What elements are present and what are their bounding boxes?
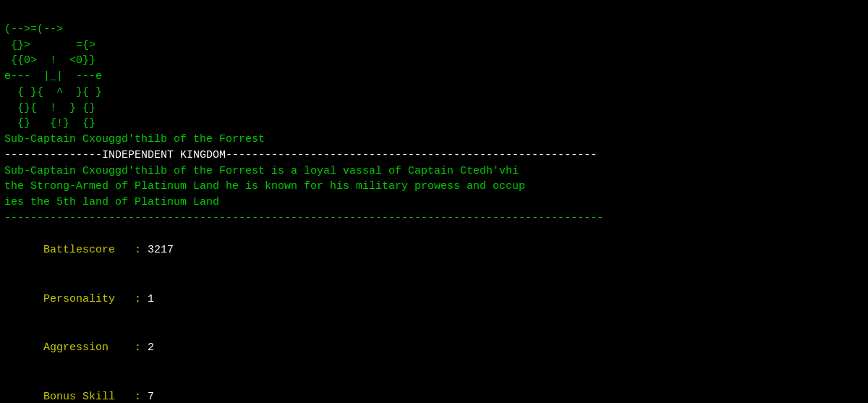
aggression-stat: Aggression : 2 <box>4 324 864 373</box>
bonus-skill-label: Bonus Skill : <box>43 391 148 403</box>
kingdom-divider: ---------------INDEPENDENT KINGDOM------… <box>4 148 864 164</box>
terminal-screen: (-->=(--> {}> ={> {{0> ! <0}} e--- |_| -… <box>0 0 868 403</box>
character-title: Sub-Captain Cxouggd'thilb of the Forrest <box>4 132 864 148</box>
bonus-skill-value: 7 <box>148 391 154 403</box>
personality-value: 1 <box>148 293 154 305</box>
battlescore-label: Battlescore : <box>43 244 148 256</box>
ascii-art-character: (-->=(--> {}> ={> {{0> ! <0}} e--- |_| -… <box>4 6 864 132</box>
aggression-label: Aggression : <box>43 342 148 354</box>
character-description: Sub-Captain Cxouggd'thilb of the Forrest… <box>4 164 864 211</box>
stats-top-divider: ----------------------------------------… <box>4 211 864 226</box>
stats-section: Battlescore : 3217 Personality : 1 Aggre… <box>4 226 864 404</box>
battlescore-value: 3217 <box>148 244 174 256</box>
personality-stat: Personality : 1 <box>4 275 864 324</box>
battlescore-stat: Battlescore : 3217 <box>4 226 864 276</box>
personality-label: Personality : <box>43 293 148 305</box>
bonus-skill-stat: Bonus Skill : 7 <box>4 373 864 403</box>
aggression-value: 2 <box>148 342 154 354</box>
